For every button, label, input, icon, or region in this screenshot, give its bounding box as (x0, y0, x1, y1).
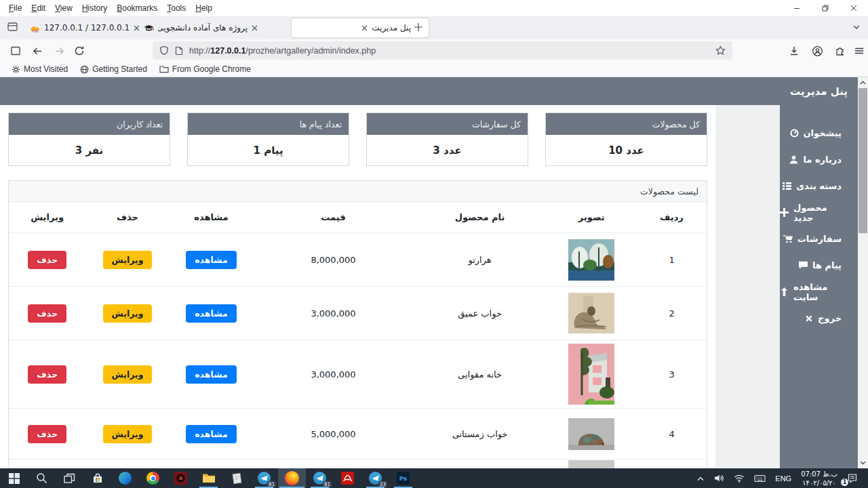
delete-button[interactable]: حذف (28, 425, 66, 443)
action-center-button[interactable]: 1 (842, 468, 865, 488)
menu-tools[interactable]: Tools (162, 0, 191, 16)
taskbar-file-explorer-button[interactable] (195, 468, 222, 488)
wifi-icon[interactable] (729, 468, 749, 488)
col-view: مشاهده (170, 202, 253, 233)
products-panel: لیست محصولات ردیف تصویر نام محصول قیمت م… (8, 180, 707, 468)
taskbar-notes-app-button[interactable] (222, 468, 250, 488)
sidebar-item-new-product[interactable]: محصول جدید (780, 199, 858, 226)
sidebar-item-about[interactable]: درباره ما (780, 146, 858, 173)
extensions-icon[interactable] (831, 42, 849, 60)
stat-card-title: کل سفارشات (367, 113, 528, 135)
shield-icon[interactable] (159, 45, 169, 56)
taskbar-store-button[interactable] (83, 468, 111, 488)
tab-close-icon[interactable] (361, 25, 368, 31)
delete-button[interactable]: حذف (28, 304, 66, 323)
product-price: 8,000,000 (253, 233, 414, 287)
taskbar-edge-button[interactable] (111, 468, 139, 488)
product-name: خانه مقوایی (414, 340, 547, 409)
menu-bookmarks[interactable]: Bookmarks (112, 0, 162, 16)
view-button[interactable]: مشاهده (186, 365, 236, 384)
task-view-button[interactable] (56, 468, 83, 488)
app-menu-icon[interactable] (850, 42, 868, 60)
taskbar-telegram-button-3[interactable]: 23 (361, 468, 389, 488)
delete-button[interactable]: حذف (28, 365, 66, 384)
window-controls (783, 0, 868, 16)
url-bar[interactable]: http://127.0.0.1/prozhe/artgallery/admin… (153, 41, 732, 60)
tab-admin-panel-active[interactable]: پنل مدیریت (292, 18, 429, 37)
stat-card-value: 3 عدد (433, 144, 461, 157)
taskbar-firefox-button[interactable] (278, 468, 306, 488)
reload-icon[interactable] (71, 42, 88, 60)
delete-button[interactable]: حذف (28, 251, 66, 269)
account-icon[interactable] (808, 42, 826, 60)
badge: 81 (323, 481, 332, 487)
view-button[interactable]: مشاهده (186, 304, 236, 323)
page-viewport: پنل مدیریت پیشخوان درباره ما دسته بندی م… (0, 77, 868, 468)
sidebar-item-messages[interactable]: پیام ها (780, 252, 858, 279)
firefox-view-icon[interactable] (7, 21, 18, 33)
edit-button[interactable]: ویرایش (103, 425, 153, 443)
sidebar-item-categories[interactable]: دسته بندی (780, 173, 858, 199)
edit-button[interactable]: ویرایش (103, 304, 153, 323)
page-info-icon[interactable] (175, 46, 183, 56)
touch-keyboard-icon[interactable] (749, 468, 770, 488)
tab-title: پنل مدیریت (372, 23, 411, 33)
page-scrollbar[interactable] (858, 77, 868, 468)
menu-history[interactable]: History (77, 0, 112, 16)
save-to-pocket-icon[interactable] (7, 42, 24, 60)
scroll-up-icon[interactable] (858, 77, 868, 88)
downloads-icon[interactable] (785, 42, 803, 60)
view-button[interactable]: مشاهده (186, 251, 236, 269)
view-button[interactable]: مشاهده (186, 425, 236, 443)
scroll-down-icon[interactable] (858, 458, 868, 468)
language-indicator[interactable]: ENG (770, 468, 796, 488)
list-all-tabs-icon[interactable] (852, 22, 861, 32)
bookmark-star-icon[interactable] (715, 45, 726, 56)
menu-file[interactable]: File (4, 0, 26, 16)
new-tab-icon[interactable] (412, 21, 425, 33)
taskbar-chrome-button[interactable] (139, 468, 167, 488)
dashboard-icon (790, 129, 799, 138)
bookmark-most-visited[interactable]: Most Visited (5, 64, 74, 74)
edit-button[interactable]: ویرایش (103, 251, 153, 269)
volume-icon[interactable] (709, 468, 729, 488)
sidebar-item-view-site[interactable]: مشاهده سایت (780, 279, 858, 305)
taskbar-telegram-button-1[interactable]: 81 (250, 468, 278, 488)
bookmark-getting-started[interactable]: Getting Started (74, 64, 153, 74)
taskbar: a 81 81 23 Ps (0, 468, 868, 488)
minimize-icon[interactable] (783, 0, 811, 16)
firefox-icon (285, 471, 299, 485)
sidebar-item-dashboard[interactable]: پیشخوان (780, 120, 858, 146)
taskbar-red-a-app-button[interactable]: a (167, 468, 195, 488)
edit-button[interactable]: ویرایش (103, 365, 153, 384)
tab-close-icon[interactable] (252, 25, 258, 31)
taskbar-clock[interactable]: 07:07 ب.ظ ۱۴۰۲/۰۵/۲۰ (796, 468, 842, 488)
admin-sidebar: پنل مدیریت پیشخوان درباره ما دسته بندی م… (780, 77, 858, 468)
tab-student-projects[interactable]: پروژه های آماده دانشجویی | دانلو (138, 18, 263, 37)
forward-icon[interactable] (50, 42, 68, 60)
close-icon[interactable] (840, 0, 868, 16)
tab-phpmyadmin[interactable]: PMA 127.0.0.1 / 127.0.0.1 / arayeshi (24, 18, 145, 37)
row-index: 1 (637, 233, 707, 287)
panel-title: لیست محصولات (9, 181, 707, 202)
taskbar-photoshop-button[interactable]: Ps (389, 468, 417, 488)
stat-card-title: تعداد کاربران (9, 113, 170, 135)
back-icon[interactable] (28, 42, 46, 60)
tray-chevron-up-icon[interactable] (692, 468, 709, 488)
sidebar-item-logout[interactable]: خروج (780, 305, 858, 331)
url-text: http://127.0.0.1/prozhe/artgallery/admin… (189, 46, 376, 56)
taskbar-telegram-button-2[interactable]: 81 (306, 468, 334, 488)
bookmark-folder-chrome[interactable]: From Google Chrome (153, 64, 257, 74)
start-button[interactable] (0, 468, 28, 488)
sidebar-item-orders[interactable]: سفارشات (780, 226, 858, 252)
stat-cards: کل محصولات 10 عدد کل سفارشات 3 عدد تعداد… (8, 113, 707, 166)
menu-help[interactable]: Help (191, 0, 217, 16)
svg-text:PMA: PMA (32, 30, 39, 33)
menu-view[interactable]: View (50, 0, 77, 16)
system-tray: ENG 07:07 ب.ظ ۱۴۰۲/۰۵/۲۰ 1 (692, 468, 868, 488)
scrollbar-thumb[interactable] (859, 88, 867, 233)
restore-icon[interactable] (811, 0, 840, 16)
menu-edit[interactable]: Edit (26, 0, 50, 16)
taskbar-acrobat-button[interactable] (334, 468, 361, 488)
taskbar-search-button[interactable] (28, 468, 56, 488)
